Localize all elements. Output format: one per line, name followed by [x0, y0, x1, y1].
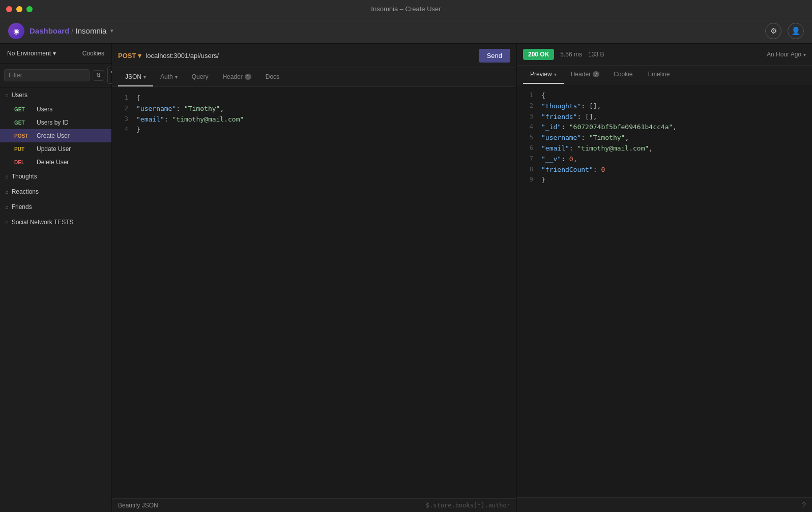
- line-number: 1: [118, 93, 128, 104]
- folder-icon: ⌂: [5, 204, 9, 210]
- nav-right: ⚙ 👤: [765, 23, 804, 39]
- title-bar: Insomnia – Create User: [0, 0, 812, 18]
- tab-label: Timeline: [647, 71, 670, 78]
- nav-dashboard-link[interactable]: Dashboard: [30, 26, 69, 35]
- send-button[interactable]: Send: [479, 49, 510, 63]
- req-tab-json[interactable]: JSON▾: [118, 68, 153, 86]
- sidebar: No Environment ▾ Cookies ⇅ ⊕ ▾ ⌂UsersGET…: [0, 44, 112, 512]
- beautify-button[interactable]: Beautify JSON: [118, 502, 158, 509]
- request-item-create-user[interactable]: POSTCreate User: [0, 129, 111, 142]
- resp-tab-header[interactable]: Header7: [564, 66, 606, 84]
- status-badge: 200 OK: [523, 49, 554, 60]
- nav-title[interactable]: Dashboard / Insomnia ▾: [30, 26, 113, 35]
- resp-tab-cookie[interactable]: Cookie: [606, 66, 640, 84]
- tab-label: Cookie: [614, 71, 632, 78]
- request-item-users[interactable]: GETUsers: [0, 103, 111, 116]
- folder-icon: ⌂: [5, 219, 9, 225]
- help-icon[interactable]: ?: [802, 501, 806, 509]
- line-content: {: [136, 93, 140, 104]
- filter-input[interactable]: [4, 69, 90, 81]
- request-item-update-user[interactable]: PUTUpdate User: [0, 142, 111, 156]
- line-content: "email": "timothy@mail.com": [136, 114, 244, 125]
- code-line: 8 "friendCount": 0: [523, 165, 806, 175]
- resp-tab-timeline[interactable]: Timeline: [640, 66, 677, 84]
- request-item-users-by-id[interactable]: GETUsers by ID: [0, 116, 111, 129]
- sidebar-content: ⌂UsersGETUsersGETUsers by IDPOSTCreate U…: [0, 87, 111, 512]
- code-line: 4 "_id": "6072074bf5bfe09461b4cc4a",: [523, 122, 806, 133]
- group-name: Users: [12, 92, 27, 99]
- sidebar-group-thoughts[interactable]: ⌂Thoughts: [0, 169, 111, 184]
- settings-button[interactable]: ⚙: [765, 23, 781, 39]
- minimize-button[interactable]: [16, 6, 22, 12]
- method-selector[interactable]: POST ▾: [118, 52, 141, 59]
- line-number: 2: [118, 104, 128, 114]
- response-timestamp: An Hour Ago ▾: [767, 51, 806, 58]
- tab-label: Header: [222, 73, 242, 80]
- group-name: Reactions: [12, 188, 39, 195]
- response-body-viewer: 1{2 "thoughts": [],3 "friends": [],4 "_i…: [517, 84, 812, 497]
- sidebar-group-social-network-tests[interactable]: ⌂Social Network TESTS: [0, 215, 111, 230]
- tab-label: Preview: [530, 71, 552, 78]
- req-tab-auth[interactable]: Auth▾: [153, 68, 185, 86]
- method-dropdown-icon: ▾: [138, 52, 141, 59]
- method-label: POST: [118, 52, 136, 59]
- url-input[interactable]: [146, 52, 474, 59]
- tab-dropdown-icon: ▾: [554, 72, 557, 77]
- code-line: 1{: [118, 93, 510, 104]
- line-content: "_id": "6072074bf5bfe09461b4cc4a",: [541, 122, 677, 133]
- tab-label: Auth: [160, 73, 173, 80]
- sidebar-toolbar: No Environment ▾ Cookies: [0, 44, 111, 64]
- code-line: 9}: [523, 175, 806, 186]
- code-line: 2 "username": "Timothy",: [118, 104, 510, 114]
- request-bottom-bar: Beautify JSON $.store.books[*].author: [112, 498, 516, 512]
- line-content: "username": "Timothy",: [136, 104, 224, 114]
- request-panel: POST ▾ Send JSON▾Auth▾QueryHeader1Docs 1…: [112, 44, 517, 512]
- main-layout: No Environment ▾ Cookies ⇅ ⊕ ▾ ⌂UsersGET…: [0, 44, 812, 512]
- tab-label: Docs: [266, 73, 279, 80]
- code-line: 7 "__v": 0,: [523, 154, 806, 165]
- jq-hint: $.store.books[*].author: [426, 502, 510, 509]
- code-line: 1{: [523, 91, 806, 101]
- sidebar-group-reactions[interactable]: ⌂Reactions: [0, 184, 111, 199]
- env-selector-label: No Environment: [7, 50, 51, 57]
- request-body-editor[interactable]: 1{2 "username": "Timothy",3 "email": "ti…: [112, 87, 516, 498]
- line-content: "email": "timothy@mail.com",: [541, 143, 653, 154]
- code-line: 3 "email": "timothy@mail.com": [118, 114, 510, 125]
- line-number: 8: [523, 165, 533, 175]
- group-name: Thoughts: [12, 173, 37, 180]
- req-tab-docs[interactable]: Docs: [258, 68, 286, 86]
- sidebar-group-friends[interactable]: ⌂Friends: [0, 199, 111, 215]
- account-button[interactable]: 👤: [788, 23, 804, 39]
- sort-button[interactable]: ⇅: [93, 70, 104, 81]
- timestamp-dropdown-icon[interactable]: ▾: [803, 52, 806, 57]
- line-number: 1: [523, 91, 533, 101]
- tab-badge: 7: [593, 71, 599, 77]
- request-name: Update User: [37, 145, 71, 153]
- tab-label: Query: [192, 73, 209, 80]
- code-line: 5 "username": "Timothy",: [523, 133, 806, 143]
- tab-badge: 1: [245, 74, 251, 80]
- response-time: 5.56 ms: [560, 51, 582, 58]
- sidebar-group-users[interactable]: ⌂Users: [0, 87, 111, 103]
- req-tab-header[interactable]: Header1: [215, 68, 258, 86]
- line-content: "friends": [],: [541, 112, 597, 123]
- env-selector[interactable]: No Environment ▾: [4, 48, 76, 59]
- resp-tab-preview[interactable]: Preview▾: [523, 66, 564, 84]
- request-name: Users by ID: [37, 119, 69, 126]
- line-number: 7: [523, 154, 533, 165]
- req-tab-query[interactable]: Query: [185, 68, 216, 86]
- line-content: {: [541, 91, 545, 101]
- request-item-delete-user[interactable]: DELDelete User: [0, 156, 111, 169]
- method-badge: PUT: [14, 146, 33, 152]
- maximize-button[interactable]: [26, 6, 33, 12]
- line-content: "__v": 0,: [541, 154, 577, 165]
- request-name: Create User: [37, 132, 70, 139]
- cookies-button[interactable]: Cookies: [79, 48, 107, 59]
- method-badge: DEL: [14, 160, 33, 165]
- folder-icon: ⌂: [5, 189, 9, 195]
- nav-workspace-dropdown[interactable]: ▾: [110, 27, 113, 34]
- close-button[interactable]: [6, 6, 12, 12]
- traffic-lights: [6, 6, 33, 12]
- folder-icon: ⌂: [5, 173, 9, 179]
- url-bar: POST ▾ Send: [112, 44, 516, 68]
